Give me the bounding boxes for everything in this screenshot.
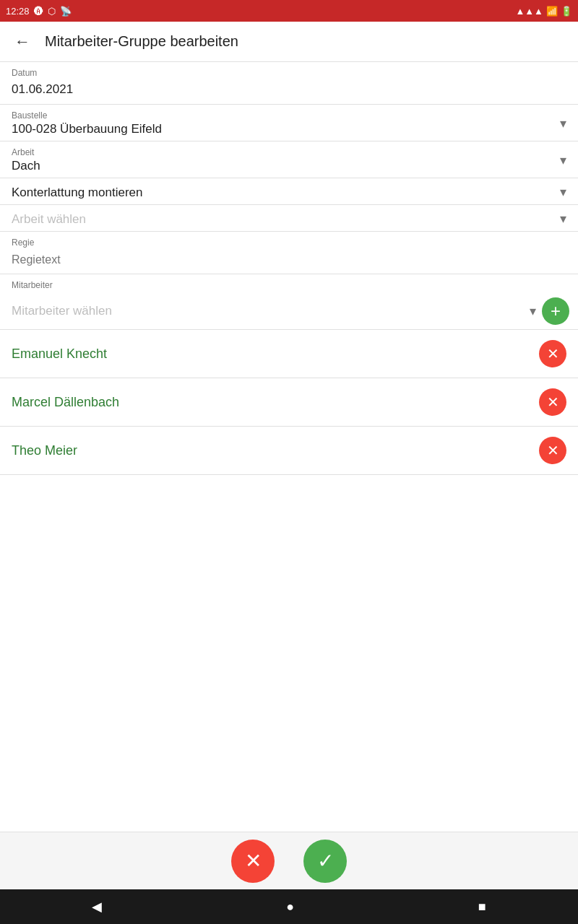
arbeit-label: Arbeit <box>12 147 554 157</box>
notification-icon-a: 🅐 <box>34 6 43 17</box>
arbeit-value: Dach <box>12 157 554 173</box>
notification-icon-b: ⬡ <box>48 6 56 17</box>
employee-item: Marcel Dällenbach ✕ <box>0 378 578 427</box>
arbeit-sub2-placeholder: Arbeit wählen <box>12 211 554 227</box>
confirm-icon: ✓ <box>317 849 334 873</box>
confirm-button[interactable]: ✓ <box>303 840 347 883</box>
nav-back-icon: ◀ <box>92 899 102 914</box>
mitarbeiter-select-placeholder: Mitarbeiter wählen <box>12 304 530 318</box>
baustelle-inner: Baustelle 100-028 Überbauung Eifeld <box>12 110 554 136</box>
page-title: Mitarbeiter-Gruppe bearbeiten <box>45 33 238 50</box>
remove-icon: ✕ <box>547 393 559 411</box>
arbeit-sub2-chevron-icon: ▾ <box>560 211 566 227</box>
remove-icon: ✕ <box>547 345 559 362</box>
status-bar-left: 12:28 🅐 ⬡ 📡 <box>6 6 72 17</box>
datum-field: Datum 01.06.2021 <box>0 62 578 105</box>
signal-icon: ▲▲▲ <box>515 6 543 17</box>
baustelle-dropdown[interactable]: Baustelle 100-028 Überbauung Eifeld ▾ <box>0 105 578 141</box>
arbeit-sub1-value: Konterlattung montieren <box>12 184 554 200</box>
arbeit-sub2-inner: Arbeit wählen <box>12 211 554 227</box>
baustelle-label: Baustelle <box>12 110 554 121</box>
mitarbeiter-select-row: Mitarbeiter wählen ▾ + <box>0 293 578 330</box>
nav-recent-button[interactable]: ■ <box>464 894 501 920</box>
datum-label: Datum <box>12 68 566 78</box>
arbeit-sub1-chevron-icon: ▾ <box>560 184 566 200</box>
baustelle-chevron-icon: ▾ <box>560 116 566 131</box>
mitarbeiter-section: Mitarbeiter Mitarbeiter wählen ▾ + Emanu… <box>0 274 578 475</box>
cancel-icon: ✕ <box>245 849 262 873</box>
regie-input[interactable] <box>12 250 566 271</box>
employee-item: Emanuel Knecht ✕ <box>0 330 578 378</box>
employee-name: Marcel Dällenbach <box>12 395 119 410</box>
status-bar-right: ▲▲▲ 📶 🔋 <box>515 6 572 17</box>
mitarbeiter-label: Mitarbeiter <box>0 280 578 293</box>
add-mitarbeiter-button[interactable]: + <box>542 297 569 325</box>
regie-label: Regie <box>12 237 566 248</box>
datum-value: 01.06.2021 <box>12 79 566 101</box>
nav-recent-icon: ■ <box>478 899 486 914</box>
remove-employee-2-button[interactable]: ✕ <box>539 437 566 464</box>
status-bar: 12:28 🅐 ⬡ 📡 ▲▲▲ 📶 🔋 <box>0 0 578 22</box>
employee-name: Theo Meier <box>12 443 77 458</box>
mitarbeiter-chevron-icon: ▾ <box>530 303 536 319</box>
main-content: Datum 01.06.2021 Baustelle 100-028 Überb… <box>0 62 578 832</box>
back-button[interactable]: ← <box>12 30 33 54</box>
arbeit-chevron-icon: ▾ <box>560 152 566 168</box>
remove-icon: ✕ <box>547 442 559 459</box>
back-icon: ← <box>14 32 30 51</box>
plus-icon: + <box>551 301 561 321</box>
arbeit-inner: Arbeit Dach <box>12 147 554 173</box>
battery-icon: 🔋 <box>561 6 572 17</box>
remove-employee-0-button[interactable]: ✕ <box>539 340 566 367</box>
bottom-action-bar: ✕ ✓ <box>0 832 578 889</box>
remove-employee-1-button[interactable]: ✕ <box>539 388 566 416</box>
arbeit-sub2-dropdown[interactable]: Arbeit wählen ▾ <box>0 205 578 232</box>
arbeit-dropdown[interactable]: Arbeit Dach ▾ <box>0 141 578 178</box>
nav-home-button[interactable]: ● <box>272 894 309 920</box>
arbeit-sub1-inner: Konterlattung montieren <box>12 184 554 200</box>
arbeit-sub1-dropdown[interactable]: Konterlattung montieren ▾ <box>0 178 578 205</box>
cancel-button[interactable]: ✕ <box>231 840 275 883</box>
notification-icon-c: 📡 <box>60 6 72 17</box>
baustelle-value: 100-028 Überbauung Eifeld <box>12 121 554 136</box>
nav-home-icon: ● <box>286 899 294 914</box>
status-time: 12:28 <box>6 6 30 17</box>
wifi-icon: 📶 <box>546 6 558 17</box>
nav-back-button[interactable]: ◀ <box>77 893 116 920</box>
regie-section: Regie <box>0 232 578 274</box>
top-bar: ← Mitarbeiter-Gruppe bearbeiten <box>0 22 578 62</box>
system-nav-bar: ◀ ● ■ <box>0 889 578 924</box>
employee-item: Theo Meier ✕ <box>0 427 578 475</box>
employee-name: Emanuel Knecht <box>12 346 107 362</box>
